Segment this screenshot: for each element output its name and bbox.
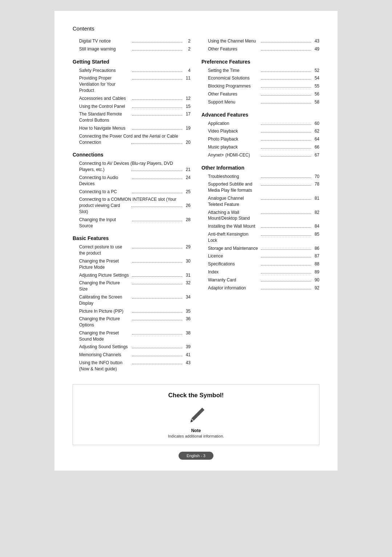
list-item: Correct posture to use the product 29 (79, 244, 191, 256)
list-item: Using the Control Panel 15 (79, 103, 191, 110)
section-heading-getting-started: Getting Started (73, 59, 191, 65)
right-column: Using the Channel Menu 43 Other Features… (201, 38, 319, 374)
list-item: Still image warning 2 (79, 46, 191, 52)
list-item: Changing the Input Source 28 (79, 217, 191, 229)
list-item: Blocking Programmes 55 (208, 83, 319, 89)
bottom-bar: English - 3 (73, 452, 319, 460)
getting-started-entries: Safety Precautions 4 Providing Proper Ve… (73, 68, 191, 146)
list-item: Troubleshooting 70 (208, 174, 319, 180)
list-item: Anti-theft Kensington Lock 85 (208, 231, 319, 244)
connections-entries: Connecting to AV Devices (Blu-ray Player… (73, 160, 191, 229)
list-item: Safety Precautions 4 (79, 68, 191, 74)
list-item: Other Features 49 (208, 46, 319, 52)
list-item: Installing the Wall Mount 84 (208, 223, 319, 229)
list-item: Application 60 (208, 121, 319, 127)
other-information-entries: Troubleshooting 70 Supported Subtitle an… (201, 174, 319, 291)
left-column: Digital TV notice 2 Still image warning … (73, 38, 191, 374)
list-item: Memorising Channels 41 (79, 352, 191, 358)
list-item: Supported Subtitle and Media Play file f… (208, 181, 319, 194)
list-item: Video Playback 62 (208, 128, 319, 134)
check-symbol-box: Check the Symbol! Note Indicates additio… (73, 384, 319, 445)
list-item: Index 89 (208, 269, 319, 275)
list-item: Other Features 56 (208, 91, 319, 97)
list-item: Adjusting Picture Settings 31 (79, 272, 191, 278)
list-item: Licence 87 (208, 253, 319, 259)
section-heading-basic-features: Basic Features (73, 235, 191, 241)
list-item: Connecting to AV Devices (Blu-ray Player… (79, 160, 191, 173)
list-item: Connecting the Power Cord and the Aerial… (79, 133, 191, 146)
preference-features-entries: Setting the Time 52 Economical Solutions… (201, 68, 319, 105)
section-heading-connections: Connections (73, 152, 191, 158)
list-item: Digital TV notice 2 (79, 38, 191, 44)
list-item: Anynet+ (HDMI-CEC) 67 (208, 152, 319, 158)
list-item: Support Menu 58 (208, 99, 319, 105)
advanced-features-entries: Application 60 Video Playback 62 Photo P… (201, 121, 319, 158)
list-item: Analogue Channel Teletext Feature 81 (208, 195, 319, 208)
page-label: English - 3 (179, 452, 213, 460)
list-item: Connecting to Audio Devices 24 (79, 175, 191, 187)
list-item: Changing the Preset Sound Mode 38 (79, 330, 191, 342)
list-item: The Standard Remote Control Buttons 17 (79, 111, 191, 123)
basic-features-entries: Correct posture to use the product 29 Ch… (73, 244, 191, 372)
right-top-entries: Using the Channel Menu 43 Other Features… (201, 38, 319, 52)
list-item: Picture In Picture (PIP) 35 (79, 308, 191, 314)
list-item: Accessories and Cables 12 (79, 95, 191, 102)
list-item: Economical Solutions 54 (208, 75, 319, 81)
list-item: Changing the Picture Options 36 (79, 316, 191, 328)
left-top-entries: Digital TV notice 2 Still image warning … (73, 38, 191, 52)
section-heading-preference-features: Preference Features (201, 59, 319, 65)
list-item: Changing the Preset Picture Mode 30 (79, 258, 191, 271)
list-item: Providing Proper Ventilation for Your Pr… (79, 75, 191, 93)
list-item: Adaptor information 92 (208, 285, 319, 291)
contents-title: Contents (73, 25, 319, 32)
list-item: Connecting to a PC 25 (79, 189, 191, 195)
section-heading-other-information: Other Information (201, 165, 319, 171)
list-item: Setting the Time 52 (208, 68, 319, 74)
list-item: Changing the Picture Size 32 (79, 280, 191, 292)
section-heading-advanced-features: Advanced Features (201, 112, 319, 118)
note-label: Note (84, 428, 308, 433)
list-item: Using the Channel Menu 43 (208, 38, 319, 44)
check-symbol-title: Check the Symbol! (84, 392, 308, 399)
note-icon (84, 405, 308, 426)
list-item: Music playback 66 (208, 144, 319, 150)
page: Contents Digital TV notice 2 Still image… (54, 11, 338, 471)
list-item: Specifications 88 (208, 261, 319, 267)
list-item: Using the INFO button (Now & Next guide)… (79, 360, 191, 372)
list-item: Warranty Card 90 (208, 277, 319, 283)
list-item: How to Navigate Menus 19 (79, 125, 191, 131)
list-item: Adjusting Sound Settings 39 (79, 344, 191, 350)
list-item: Calibrating the Screen Display 34 (79, 294, 191, 306)
two-col-layout: Digital TV notice 2 Still image warning … (73, 38, 319, 374)
list-item: Connecting to a COMMON INTERFACE slot (Y… (79, 196, 191, 215)
note-desc: Indicates additional information. (84, 434, 308, 438)
list-item: Attaching a Wall Mount/Desktop Stand 82 (208, 210, 319, 222)
list-item: Photo Playback 64 (208, 136, 319, 142)
list-item: Storage and Maintenance 86 (208, 245, 319, 252)
